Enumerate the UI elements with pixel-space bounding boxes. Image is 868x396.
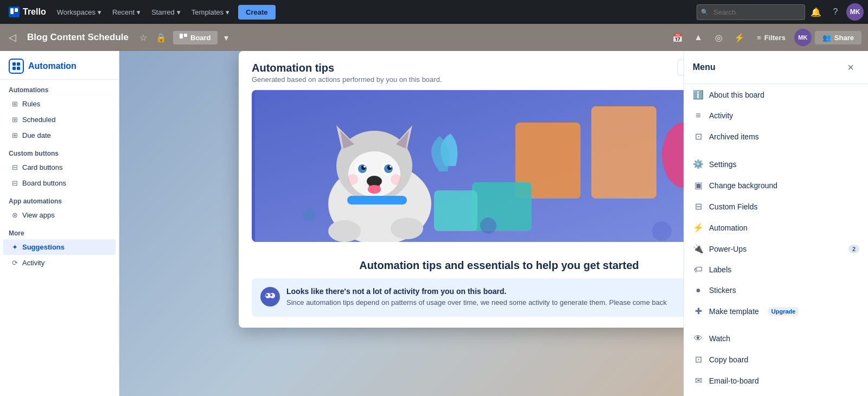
automation-item-card-buttons[interactable]: ⊟ Card buttons	[3, 159, 116, 175]
more-section-label: More	[0, 223, 119, 239]
menu-item-print-export[interactable]: ↗ Print, export, and share	[684, 391, 868, 396]
menu-item-make-template[interactable]: ✚ Make template Upgrade	[684, 301, 868, 322]
automation-panel-icon	[9, 59, 24, 74]
automation-panel: Automation Automations ⊞ Rules ⊞ Schedul…	[0, 51, 119, 396]
modal-info-box: Looks like there's not a lot of activity…	[252, 278, 684, 317]
svg-rect-4	[184, 34, 187, 37]
menu-item-archived[interactable]: ⊡ Archived items	[684, 126, 868, 147]
refresh-button[interactable]: ⟳ Refresh	[678, 60, 684, 75]
menu-item-activity[interactable]: ≡ Activity	[684, 105, 868, 126]
menu-item-labels[interactable]: 🏷 Labels	[684, 259, 868, 280]
help-button[interactable]: ?	[827, 3, 844, 21]
notifications-button[interactable]: 🔔	[807, 3, 825, 21]
about-icon: ℹ️	[693, 90, 704, 100]
svg-point-34	[347, 174, 358, 185]
board-title[interactable]: Blog Content Schedule	[23, 30, 133, 45]
custom-buttons-section-label: Custom buttons	[0, 143, 119, 159]
sidebar-toggle-button[interactable]: ◁	[7, 29, 18, 46]
svg-rect-8	[17, 67, 20, 70]
scheduled-icon: ⊞	[12, 116, 18, 124]
board-header: ◁ Blog Content Schedule ☆ 🔒 Board ▾ 📅 ▲ …	[0, 24, 868, 51]
automation-panel-title: Automation	[28, 61, 76, 71]
starred-menu[interactable]: Starred ▾	[147, 5, 185, 20]
svg-rect-31	[347, 196, 407, 205]
svg-point-27	[363, 165, 366, 168]
recent-menu[interactable]: Recent ▾	[108, 5, 145, 20]
svg-point-33	[391, 218, 423, 239]
menu-item-power-ups[interactable]: 🔌 Power-Ups 2	[684, 238, 868, 259]
svg-point-37	[303, 208, 316, 221]
share-icon: 👥	[822, 34, 831, 42]
menu-title: Menu	[693, 62, 716, 72]
menu-item-custom-fields[interactable]: ⊟ Custom Fields	[684, 196, 868, 217]
menu-item-automation[interactable]: ⚡ Automation	[684, 217, 868, 238]
svg-point-28	[390, 165, 392, 168]
menu-item-watch[interactable]: 👁 Watch	[684, 328, 868, 349]
menu-item-stickers[interactable]: ● Stickers	[684, 280, 868, 301]
user-avatar[interactable]: MK	[846, 3, 864, 21]
trello-logo-icon	[9, 7, 20, 17]
automation-item-board-buttons[interactable]: ⊟ Board buttons	[3, 175, 116, 191]
menu-item-settings[interactable]: ⚙️ Settings	[684, 154, 868, 175]
settings-icon: ⚙️	[693, 159, 704, 169]
chevron-down-icon: ▾	[226, 8, 229, 16]
google-drive-button[interactable]: ▲	[690, 29, 707, 46]
automations-section-label: Automations	[0, 80, 119, 96]
automation-item-view-apps[interactable]: ⊛ View apps	[3, 207, 116, 223]
rules-icon: ⊞	[12, 100, 18, 108]
chevron-down-icon: ▾	[177, 8, 181, 16]
views-button[interactable]: ◎	[710, 29, 727, 46]
lock-icon: 🔒	[154, 30, 169, 45]
create-button[interactable]: Create	[238, 5, 275, 20]
automation-item-due-date[interactable]: ⊞ Due date	[3, 127, 116, 143]
automation-item-rules[interactable]: ⊞ Rules	[3, 96, 116, 112]
automation-item-suggestions[interactable]: ✦ Suggestions	[3, 239, 116, 255]
app-logo[interactable]: Trello	[4, 4, 50, 20]
search-input[interactable]	[697, 4, 805, 20]
illustration-svg	[252, 90, 684, 242]
automation-header-button[interactable]: ⚡	[731, 29, 748, 46]
templates-menu[interactable]: Templates ▾	[187, 5, 234, 20]
automation-panel-header: Automation	[0, 51, 119, 80]
board-user-avatar[interactable]: MK	[794, 29, 812, 46]
labels-icon: 🏷	[693, 265, 704, 274]
menu-item-email-to-board[interactable]: ✉ Email-to-board	[684, 370, 868, 391]
svg-point-42	[270, 294, 272, 296]
upgrade-badge: Upgrade	[768, 307, 800, 316]
search-wrapper	[697, 4, 805, 20]
calendar-button[interactable]: 📅	[669, 29, 686, 46]
board-view-button[interactable]: Board	[173, 31, 218, 44]
menu-item-change-bg[interactable]: ▣ Change background	[684, 175, 868, 196]
svg-rect-3	[180, 34, 183, 39]
filter-icon: ≡	[757, 34, 761, 42]
right-menu-panel: Menu × ℹ️ About this board ≡ Activity ⊡ …	[684, 51, 868, 396]
board-header-actions: 📅 ▲ ◎ ⚡ ≡ Filters MK 👥 Share	[669, 29, 861, 46]
automation-item-activity[interactable]: ⟳ Activity	[3, 255, 116, 271]
info-title: Looks like there's not a lot of activity…	[286, 287, 667, 296]
modal-title: Automation tips	[252, 62, 684, 74]
svg-rect-13	[434, 190, 477, 231]
top-navigation: Trello Workspaces ▾ Recent ▾ Starred ▾ T…	[0, 0, 868, 24]
app-name: Trello	[23, 7, 46, 17]
chevron-down-icon: ▾	[137, 8, 141, 16]
app-automations-section-label: App automations	[0, 191, 119, 207]
share-button[interactable]: 👥 Share	[815, 31, 861, 44]
svg-point-41	[266, 294, 268, 296]
modal-tagline: Automation tips and essentials to help y…	[239, 251, 684, 278]
automation-item-scheduled[interactable]: ⊞ Scheduled	[3, 112, 116, 127]
svg-rect-1	[10, 8, 14, 14]
info-avatar	[260, 287, 280, 306]
svg-rect-6	[17, 62, 20, 66]
custom-fields-icon: ⊟	[693, 201, 704, 212]
workspaces-menu[interactable]: Workspaces ▾	[53, 5, 106, 20]
more-views-button[interactable]: ▾	[222, 30, 231, 45]
filters-button[interactable]: ≡ Filters	[751, 31, 791, 44]
card-buttons-icon: ⊟	[12, 163, 18, 171]
menu-item-copy-board[interactable]: ⊡ Copy board	[684, 349, 868, 370]
star-board-button[interactable]: ☆	[137, 30, 149, 45]
power-ups-badge: 2	[848, 245, 859, 253]
menu-close-button[interactable]: ×	[842, 59, 859, 76]
main-content: Automation Automations ⊞ Rules ⊞ Schedul…	[0, 51, 868, 396]
menu-item-about[interactable]: ℹ️ About this board	[684, 84, 868, 105]
archived-icon: ⊡	[693, 131, 704, 142]
